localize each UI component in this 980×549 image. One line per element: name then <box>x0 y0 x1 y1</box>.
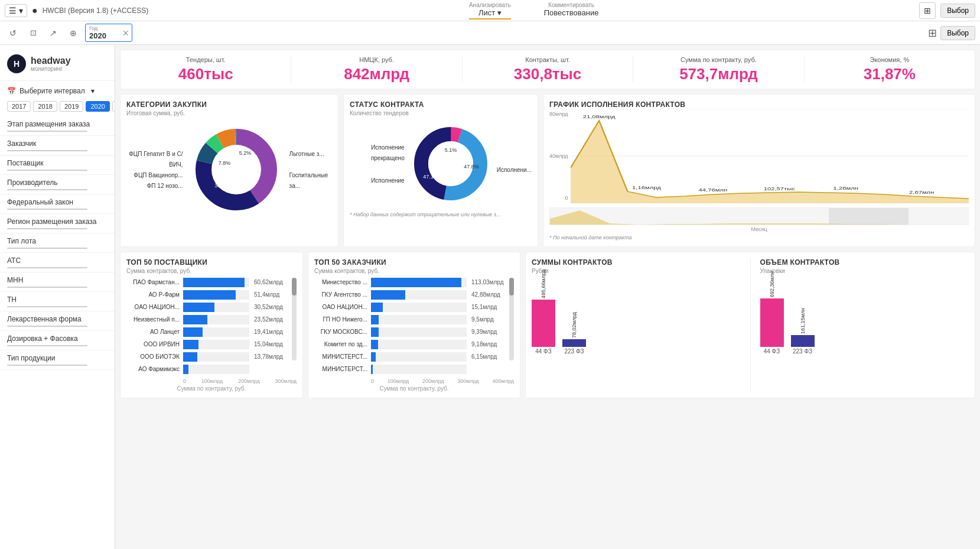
bar-fill-1 <box>371 290 405 300</box>
contract-charts: СУММЫ КОНТРАКТОВ Рубли 495,66млрд 44 ФЗ … <box>525 252 975 398</box>
sidebar-filter-поставщик[interactable]: Поставщик <box>0 155 115 175</box>
vbar-bar-1 <box>562 339 586 347</box>
interval-chevron-icon: ▾ <box>91 87 95 95</box>
bar-label-2: ОАО НАЦИОН... <box>314 304 367 310</box>
svg-text:5.1%: 5.1% <box>444 147 457 153</box>
bar-value-1: 42,88млрд <box>471 291 507 298</box>
tab-analyze-label: Анализировать <box>469 2 511 8</box>
bar-label-6: ООО БИОТЭК <box>126 353 180 360</box>
sidebar-filter-мнн[interactable]: МНН <box>0 272 115 292</box>
vbar-xlabel-0: 44 ФЗ <box>535 348 552 355</box>
bar-value-1: 51,4млрд <box>254 291 289 298</box>
bar-track-0 <box>183 278 249 287</box>
refresh-icon[interactable]: ↺ <box>5 25 21 41</box>
bar-fill-2 <box>183 303 214 312</box>
customers-scrollbar[interactable] <box>509 278 514 360</box>
svg-rect-29 <box>829 208 909 225</box>
toolbar-grid-icon[interactable]: ⊞ <box>928 27 937 40</box>
sidebar-filter-тн[interactable]: ТН <box>0 292 115 311</box>
bar-track-2 <box>183 303 249 312</box>
kpi-item-2: Контракты, шт.330,8тыс <box>463 56 633 83</box>
chart-contract-sums: СУММЫ КОНТРАКТОВ Рубли 495,66млрд 44 ФЗ … <box>532 258 741 392</box>
table-row: ГКУ МОСКОВС... 9,39млрд <box>314 327 507 337</box>
bar-value-3: 23,52млрд <box>254 316 289 323</box>
settings-icon[interactable]: ⊕ <box>65 25 82 41</box>
logo-text: headway <box>31 56 71 66</box>
interval-selector[interactable]: 📅 Выберите интервал ▾ <box>0 81 115 99</box>
tab-analyze[interactable]: Анализировать Лист ▾ <box>464 2 516 20</box>
contract-volumes-subtitle: Упаковки <box>760 268 969 274</box>
svg-text:2,67млн: 2,67млн <box>909 190 934 194</box>
tab-comment[interactable]: Комментировать Повествование <box>539 2 604 20</box>
sidebar-filter-производитель[interactable]: Производитель <box>0 175 115 194</box>
charts-row-2: ТОП 50 ПОСТАВЩИКИ Сумма контрактов, руб.… <box>120 252 975 398</box>
suppliers-scrollbar[interactable] <box>292 278 297 360</box>
select-button[interactable]: Выбор <box>940 4 975 18</box>
tab-comment-sub: Повествование <box>544 8 599 17</box>
year-btn-2020[interactable]: 2020 <box>86 101 109 112</box>
bar-track-4 <box>371 327 467 337</box>
cat-label-right-3: Госпитальные за... <box>289 170 332 191</box>
sidebar-filter-регион-размещения-заказа[interactable]: Регион размещения заказа <box>0 214 115 233</box>
bar-label-0: ПАО Фармстан... <box>126 279 180 285</box>
year-btn-2018[interactable]: 2018 <box>33 101 57 112</box>
sidebar-filter-этап-размещения-заказа[interactable]: Этап размещения заказа <box>0 116 115 136</box>
execution-minimap <box>550 208 968 225</box>
bar-track-3 <box>371 315 467 324</box>
bar-fill-5 <box>183 340 198 349</box>
sidebar-filter-дозировка-+-фасовка[interactable]: Дозировка + Фасовка <box>0 331 115 350</box>
expand-icon[interactable]: ⊡ <box>25 25 41 41</box>
chart-categories: КАТЕГОРИИ ЗАКУПКИ Итоговая сумма, руб. Ф… <box>120 94 338 247</box>
sidebar-filter-тип-лота[interactable]: Тип лота <box>0 233 115 253</box>
divider <box>750 258 751 392</box>
year-btn-2017[interactable]: 2017 <box>7 101 31 112</box>
bar-label-0: Министерство ... <box>314 279 367 285</box>
bar-label-7: МИНИСТЕРСТ... <box>314 366 367 372</box>
bar-label-4: АО Ланцет <box>126 329 180 335</box>
charts-row-1: КАТЕГОРИИ ЗАКУПКИ Итоговая сумма, руб. Ф… <box>120 94 975 247</box>
toolbar: ↺ ⊡ ↗ ⊕ Год 2020 ✕ ⊞ Выбор <box>0 21 980 45</box>
vbar-bar-0 <box>532 300 555 346</box>
vbar-col-1: 78,02млрд 223 ФЗ <box>562 326 586 355</box>
bar-value-6: 6,15млрд <box>471 353 507 360</box>
clear-year-button[interactable]: ✕ <box>122 28 129 38</box>
table-row: Министерство ... 113,03млрд <box>314 278 507 287</box>
svg-text:40.6%: 40.6% <box>243 177 258 183</box>
tab-dropdown-icon: ▾ <box>497 8 502 17</box>
svg-text:102,57тыс: 102,57тыс <box>763 187 795 191</box>
chart-status-note: * Набор данных содержит отрицательные ил… <box>350 212 532 217</box>
vbar-xlabel-0: 44 ФЗ <box>764 348 780 355</box>
svg-text:38.0%: 38.0% <box>214 183 230 189</box>
chart-contract-volumes: ОБЪЕМ КОНТРАКТОВ Упаковки 692,36млн 44 Ф… <box>760 258 969 392</box>
bar-track-6 <box>183 352 249 362</box>
bar-fill-0 <box>183 278 245 287</box>
year-label: Год <box>89 25 115 31</box>
sidebar-filter-тип-продукции[interactable]: Тип продукции <box>0 350 115 370</box>
share-icon[interactable]: ↗ <box>45 25 61 41</box>
year-filter[interactable]: Год 2020 ✕ <box>85 24 132 42</box>
sidebar-filter-атс[interactable]: АТС <box>0 253 115 272</box>
bar-fill-7 <box>183 365 188 374</box>
bar-fill-4 <box>371 327 379 337</box>
year-btn-2019[interactable]: 2019 <box>60 101 83 112</box>
vbar-col-1: 161,15млн 223 ФЗ <box>791 320 815 354</box>
sidebar-filter-заказчик[interactable]: Заказчик <box>0 136 115 155</box>
bar-label-4: ГКУ МОСКОВС... <box>314 329 367 335</box>
sidebar-filter-лекарственная-форма[interactable]: Лекарственная форма <box>0 311 115 331</box>
bar-fill-6 <box>371 352 376 362</box>
status-label-executing: Исполнение <box>350 176 405 186</box>
grid-view-button[interactable]: ⊞ <box>919 2 936 19</box>
chart-status-title: СТАТУС КОНТРАКТА <box>350 100 532 109</box>
table-row: ГКУ Агентство ... 42,88млрд <box>314 290 507 300</box>
bar-fill-4 <box>183 327 203 337</box>
table-row: МИНИСТЕРСТ... <box>314 365 507 374</box>
sidebar-filter-федеральный-закон[interactable]: Федеральный закон <box>0 194 115 214</box>
bar-label-1: ГКУ Агентство ... <box>314 291 367 298</box>
calendar-icon: 📅 <box>7 87 16 95</box>
chart-execution-note: * По начальной дате контракта <box>549 235 969 241</box>
toolbar-select-button[interactable]: Выбор <box>940 26 975 40</box>
contract-sums-subtitle: Рубли <box>532 268 741 274</box>
suppliers-axis-label: Сумма по контракту, руб. <box>126 385 297 392</box>
menu-button[interactable]: ☰ ▾ <box>5 4 27 17</box>
bar-track-7 <box>183 365 249 374</box>
